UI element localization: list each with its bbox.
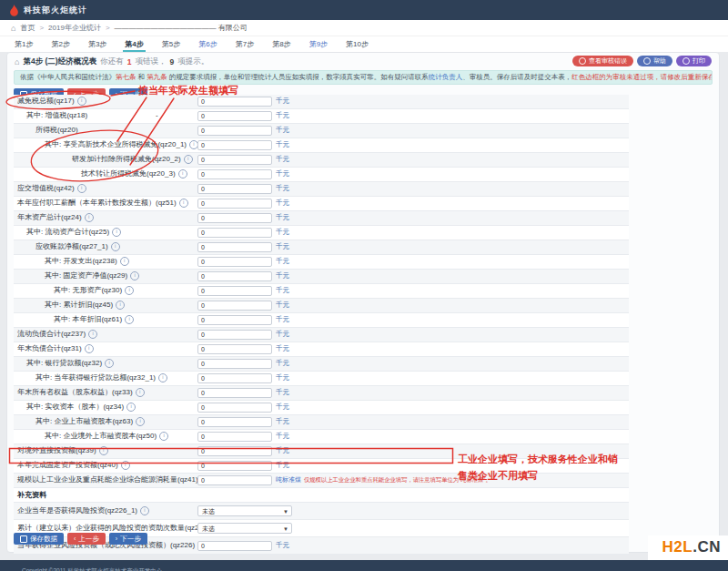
row-value-input[interactable] <box>197 446 272 456</box>
step-tab-6[interactable]: 第6步 <box>189 37 226 51</box>
dash-mark: - <box>156 109 158 122</box>
prev-step-button-bottom[interactable]: ‹ 上一步 <box>67 533 106 545</box>
row-label: 所得税(qz20) <box>35 124 78 137</box>
info-icon[interactable]: i <box>178 169 187 178</box>
unit-label: 千元 <box>276 372 289 384</box>
info-icon[interactable]: i <box>112 228 121 237</box>
step-tab-3[interactable]: 第3步 <box>79 37 116 51</box>
header-pill-2[interactable]: 帮助 <box>637 56 672 66</box>
info-icon[interactable]: i <box>184 155 193 164</box>
info-icon[interactable]: i <box>99 446 108 455</box>
risk-investment-select[interactable]: 未选▼ <box>197 505 292 516</box>
row-value-input[interactable] <box>197 315 272 325</box>
unit-label: 吨标准煤 <box>276 476 301 483</box>
save-button-bottom[interactable]: 保存数据 <box>14 533 64 545</box>
unit-label: 千元 <box>276 138 289 151</box>
row-value-input[interactable] <box>197 461 272 471</box>
row-label: 其中: 固定资产净值(qz29)i <box>45 270 139 282</box>
row-value-input[interactable] <box>197 541 272 551</box>
row-value-input[interactable] <box>197 126 272 136</box>
info-icon[interactable]: i <box>140 506 149 515</box>
row-value-input[interactable] <box>197 97 272 107</box>
info-icon[interactable]: i <box>85 344 94 353</box>
row-value-input[interactable] <box>197 330 272 340</box>
form-row: 年末所有者权益（股东权益）(qz33)i千元 <box>14 386 629 401</box>
info-icon[interactable]: i <box>130 271 139 280</box>
unit-label: 千元 <box>276 299 289 311</box>
step-tab-10[interactable]: 第10步 <box>337 37 378 51</box>
info-icon[interactable]: i <box>121 461 130 470</box>
unit-label: 千元 <box>276 284 289 297</box>
form-row: 其中: 增值税(qz18)-千元 <box>14 109 629 124</box>
row-label: 其中: 当年获得银行贷款总额(qz32_1)i <box>35 372 167 384</box>
row-value-input[interactable] <box>197 140 272 150</box>
row-value-input[interactable] <box>197 155 272 165</box>
pill-icon <box>643 57 651 65</box>
step-tab-5[interactable]: 第5步 <box>153 37 189 51</box>
breadcrumb-separator: > <box>39 24 44 32</box>
row-value-input[interactable] <box>197 432 272 442</box>
row-value-input[interactable] <box>197 199 272 209</box>
breadcrumb-survey[interactable]: 2019年企业统计 <box>48 23 101 33</box>
breadcrumb-home[interactable]: 首页 <box>20 23 35 33</box>
info-icon[interactable]: i <box>136 417 145 426</box>
step-tab-4[interactable]: 第4步 <box>116 37 152 51</box>
row-value-input[interactable] <box>197 242 272 252</box>
row-value-input[interactable] <box>197 417 272 427</box>
info-icon[interactable]: i <box>125 315 134 324</box>
row-value-input[interactable] <box>197 271 272 281</box>
info-icon[interactable]: i <box>77 97 86 106</box>
step-tabs: 第1步第2步第3步第4步第5步第6步第7步第8步第9步第10步 <box>0 36 728 52</box>
form-row: 对境外直接投资额(qz39)i千元 <box>14 444 629 459</box>
info-icon[interactable]: i <box>136 388 145 397</box>
unit-label: 千元 <box>276 459 289 472</box>
note-text: 仅规模以上工业企业和重点耗能企业填写，请注意填写单位为“吨标准煤”。 <box>304 476 491 483</box>
row-value-input[interactable] <box>197 228 272 238</box>
row-value-input[interactable] <box>197 359 272 369</box>
step-tab-2[interactable]: 第2步 <box>42 37 78 51</box>
step-tab-7[interactable]: 第7步 <box>227 37 263 51</box>
info-icon[interactable]: i <box>126 403 136 412</box>
row-value-input[interactable] <box>197 475 272 485</box>
form-row: 其中: 无形资产(qz30)i千元 <box>14 284 629 299</box>
header-pill-3[interactable]: 打印 <box>676 56 712 66</box>
form-row: 年末资产总计(qz24)i千元 <box>14 211 629 226</box>
row-value-input[interactable] <box>197 257 272 267</box>
unit-label: 千元 <box>276 168 289 180</box>
info-icon[interactable]: i <box>159 432 168 441</box>
row-label: 其中: 企业上市融资股本(qz63)i <box>35 415 145 428</box>
info-icon[interactable]: i <box>116 301 125 310</box>
info-icon[interactable]: i <box>179 199 188 208</box>
status-suffix: 项提示。 <box>177 56 208 67</box>
row-value-input[interactable] <box>197 111 272 121</box>
row-value-input[interactable] <box>197 344 272 354</box>
row-value-input[interactable] <box>197 169 272 179</box>
row-value-input[interactable] <box>197 403 272 413</box>
info-icon[interactable]: i <box>111 242 120 251</box>
info-icon[interactable]: i <box>120 257 129 266</box>
row-value-input[interactable] <box>197 373 272 383</box>
row-label: 年末资产总计(qz24)i <box>17 211 94 224</box>
info-icon[interactable]: i <box>125 286 134 295</box>
step-tab-8[interactable]: 第8步 <box>263 37 299 51</box>
row-value-input[interactable] <box>197 213 272 223</box>
form-row: 其中: 本年折旧(qz61)i千元 <box>14 313 629 328</box>
step-tab-9[interactable]: 第9步 <box>300 37 337 51</box>
form-row: 应交增值税(qz42)i千元 <box>14 182 629 197</box>
row-value-input[interactable] <box>197 286 272 296</box>
info-icon[interactable]: i <box>88 330 97 339</box>
info-icon[interactable]: i <box>105 359 114 368</box>
unit-label: 千元 <box>276 357 289 370</box>
row-value-input[interactable] <box>197 184 272 194</box>
notice-segment: 依据《中华人民共和国统计法》 <box>20 73 116 81</box>
next-step-button-bottom[interactable]: › 下一步 <box>109 533 147 545</box>
risk-investment-select[interactable]: 未选▼ <box>197 523 292 534</box>
row-value-input[interactable] <box>197 388 272 398</box>
info-icon[interactable]: i <box>158 373 167 382</box>
info-icon[interactable]: i <box>85 213 94 222</box>
info-icon[interactable]: i <box>77 184 86 193</box>
header-pill-1[interactable]: 查看审核错误 <box>572 56 633 66</box>
row-value-input[interactable] <box>197 301 272 311</box>
pill-icon <box>682 57 690 65</box>
step-tab-1[interactable]: 第1步 <box>5 37 42 51</box>
